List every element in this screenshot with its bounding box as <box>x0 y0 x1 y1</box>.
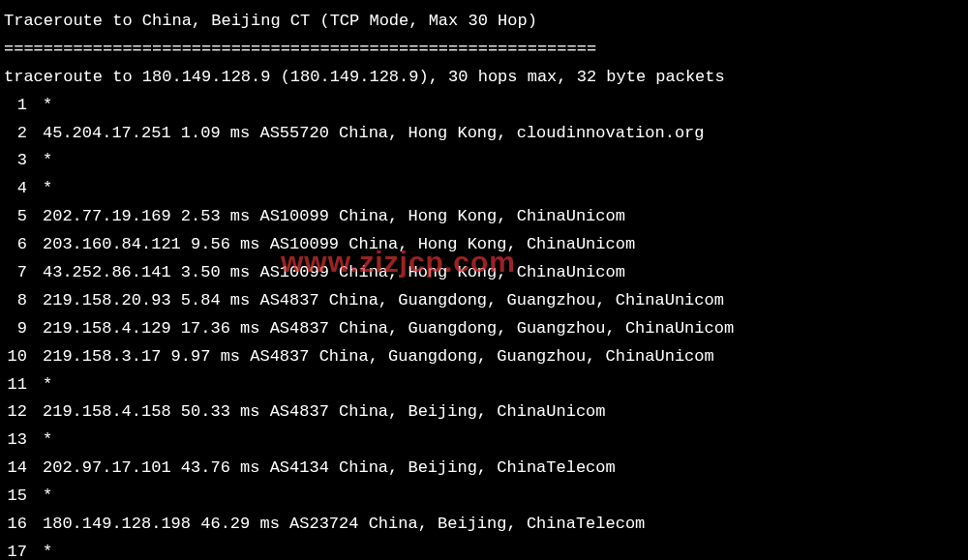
separator-line: ========================================… <box>4 36 964 64</box>
hop-row: 4* <box>4 175 964 203</box>
hop-number: 10 <box>4 343 31 371</box>
hop-number: 4 <box>4 175 31 203</box>
hop-row: 3* <box>4 147 964 175</box>
hops-list: 1* 245.204.17.251 1.09 ms AS55720 China,… <box>4 92 964 560</box>
hop-content: 203.160.84.121 9.56 ms AS10099 China, Ho… <box>31 231 635 259</box>
hop-content: 45.204.17.251 1.09 ms AS55720 China, Hon… <box>31 120 705 148</box>
hop-number: 8 <box>4 287 31 315</box>
hop-number: 9 <box>4 315 31 343</box>
hop-content: * <box>31 539 52 560</box>
hop-content: 219.158.4.129 17.36 ms AS4837 China, Gua… <box>31 315 734 343</box>
hop-number: 5 <box>4 203 31 231</box>
hop-number: 14 <box>4 455 31 483</box>
hop-number: 15 <box>4 483 31 511</box>
hop-number: 7 <box>4 259 31 287</box>
hop-row: 16180.149.128.198 46.29 ms AS23724 China… <box>4 511 964 539</box>
traceroute-title: Traceroute to China, Beijing CT (TCP Mod… <box>4 8 964 36</box>
hop-row: 12219.158.4.158 50.33 ms AS4837 China, B… <box>4 398 964 427</box>
hop-row: 11* <box>4 371 964 399</box>
hop-number: 13 <box>4 427 31 455</box>
hop-row: 15* <box>4 483 964 511</box>
hop-content: * <box>31 483 52 511</box>
hop-content: 180.149.128.198 46.29 ms AS23724 China, … <box>31 511 645 539</box>
hop-row: 5202.77.19.169 2.53 ms AS10099 China, Ho… <box>4 203 964 231</box>
hop-row: 8219.158.20.93 5.84 ms AS4837 China, Gua… <box>4 287 964 315</box>
hop-content: 202.97.17.101 43.76 ms AS4134 China, Bei… <box>31 455 616 483</box>
hop-content: 219.158.4.158 50.33 ms AS4837 China, Bei… <box>31 398 606 427</box>
hop-content: * <box>31 175 52 203</box>
hop-content: * <box>31 427 52 455</box>
hop-content: * <box>31 371 52 399</box>
hop-row: 17* <box>4 539 964 560</box>
hop-row: 6203.160.84.121 9.56 ms AS10099 China, H… <box>4 231 964 259</box>
hop-row: 10219.158.3.17 9.97 ms AS4837 China, Gua… <box>4 343 964 371</box>
hop-number: 16 <box>4 511 31 539</box>
hop-row: 743.252.86.141 3.50 ms AS10099 China, Ho… <box>4 259 964 287</box>
hop-number: 6 <box>4 231 31 259</box>
hop-row: 1* <box>4 92 964 120</box>
hop-content: 202.77.19.169 2.53 ms AS10099 China, Hon… <box>31 203 625 231</box>
hop-row: 13* <box>4 427 964 455</box>
hop-number: 11 <box>4 371 31 399</box>
hop-number: 12 <box>4 398 31 427</box>
hop-content: * <box>31 92 52 120</box>
hop-content: * <box>31 147 52 175</box>
hop-row: 14202.97.17.101 43.76 ms AS4134 China, B… <box>4 455 964 483</box>
hop-number: 1 <box>4 92 31 120</box>
hop-number: 3 <box>4 147 31 175</box>
hop-content: 219.158.20.93 5.84 ms AS4837 China, Guan… <box>31 287 724 315</box>
hop-content: 219.158.3.17 9.97 ms AS4837 China, Guang… <box>31 343 714 371</box>
hop-content: 43.252.86.141 3.50 ms AS10099 China, Hon… <box>31 259 625 287</box>
hop-row: 245.204.17.251 1.09 ms AS55720 China, Ho… <box>4 120 964 148</box>
traceroute-summary: traceroute to 180.149.128.9 (180.149.128… <box>4 64 964 92</box>
hop-number: 17 <box>4 539 31 560</box>
hop-number: 2 <box>4 120 31 148</box>
hop-row: 9219.158.4.129 17.36 ms AS4837 China, Gu… <box>4 315 964 343</box>
